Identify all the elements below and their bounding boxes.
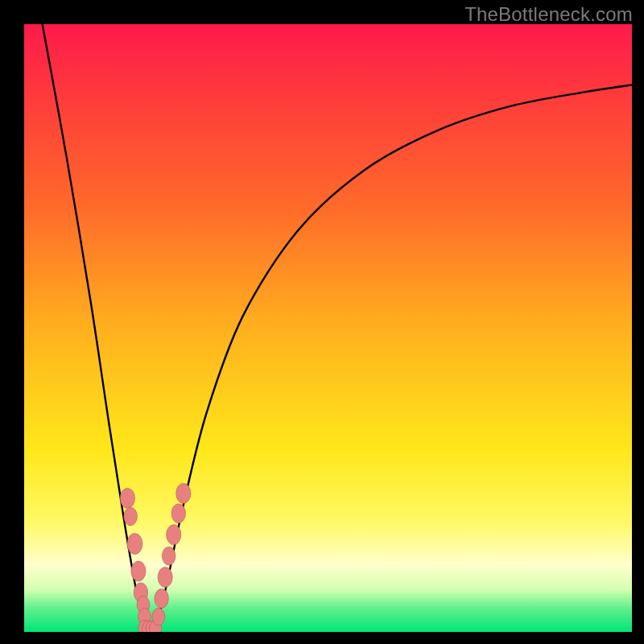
data-marker (158, 568, 172, 588)
data-marker (155, 589, 168, 609)
plot-area (24, 24, 632, 632)
chart-frame: TheBottleneck.com (0, 0, 644, 644)
data-marker (167, 525, 181, 545)
data-marker (171, 504, 185, 523)
data-marker (124, 507, 138, 526)
data-marker (120, 488, 134, 508)
curve-layer (24, 24, 632, 632)
data-marker (152, 608, 165, 625)
curve-right-branch (154, 85, 632, 631)
watermark-text: TheBottleneck.com (464, 3, 633, 26)
data-marker (176, 483, 191, 503)
data-marker (162, 547, 175, 565)
data-marker (127, 534, 142, 555)
data-marker (131, 561, 146, 581)
